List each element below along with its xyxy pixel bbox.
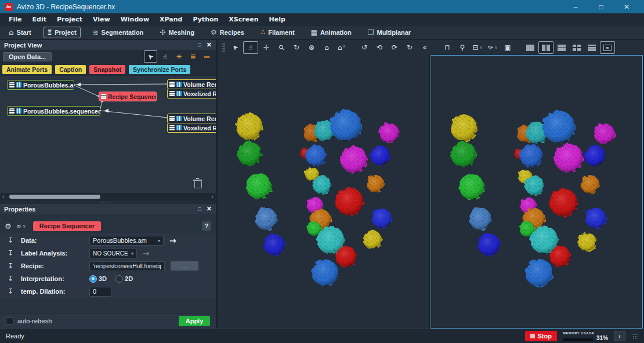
port-button-snapshot[interactable]: Snapshot (89, 65, 125, 74)
menu-item-file[interactable]: File (3, 16, 27, 23)
layout-custom-button[interactable] (600, 41, 615, 54)
open-data-button[interactable]: Open Data... (3, 52, 52, 61)
rotate-tool[interactable]: ↻ (290, 42, 303, 53)
viewer-toggle-icon[interactable] (169, 116, 175, 121)
pin-icon[interactable]: ↧ (0, 287, 21, 295)
viewer-pane-left[interactable] (218, 55, 429, 329)
menu-item-xscreen[interactable]: XScreen (223, 16, 263, 23)
snapshot-camera-button[interactable]: ▣ (501, 42, 515, 53)
resize-grip[interactable] (632, 333, 638, 339)
pan-hand-tool[interactable]: ☝ (243, 41, 258, 54)
module-badge[interactable]: Recipe Sequencer (33, 221, 101, 231)
ribbon-tab-project[interactable]: ΞProject (44, 27, 81, 38)
probe-key-tool[interactable]: ⚲ (455, 42, 469, 53)
pipette-tool[interactable]: ✑∨ (486, 42, 500, 53)
interaction-trace-tool[interactable]: ✳ (173, 51, 185, 62)
radio-2d[interactable] (115, 275, 123, 283)
port-button-caption[interactable]: Caption (55, 65, 86, 74)
browse-recipe-button[interactable]: ... (171, 261, 198, 271)
port-button-synchronize-ports[interactable]: Synchronize Ports (129, 65, 190, 74)
list-view-tool[interactable]: ≔ (201, 51, 213, 62)
clip-toggle-icon[interactable] (176, 125, 182, 130)
clip-toggle-icon[interactable] (176, 82, 182, 87)
layout-two-columns-button[interactable] (538, 41, 553, 54)
chevron-down-icon[interactable]: ∨ (23, 224, 26, 229)
pin-icon[interactable]: ↧ (0, 249, 21, 257)
viewer-toggle-icon[interactable] (169, 91, 175, 96)
ribbon-tab-meshing[interactable]: ✣Meshing (155, 27, 198, 38)
label-analysis-select[interactable]: NO SOURCE ▾ (89, 249, 137, 258)
minimize-button[interactable]: – (563, 3, 588, 11)
layout-two-rows-button[interactable] (555, 42, 569, 53)
clip-toggle-icon[interactable] (176, 116, 182, 121)
menu-item-xpand[interactable]: XPand (154, 16, 187, 23)
connect-arrow-icon[interactable]: → (169, 236, 176, 245)
tree-view-tool[interactable]: ≣ (187, 51, 199, 62)
measure-tool[interactable]: ⊓ (440, 42, 454, 53)
set-home-button[interactable]: ⌂⁺ (335, 42, 349, 53)
recipe-path-input[interactable]: 'recipes/convexHull.hxrecipe (89, 261, 165, 271)
rotate-y-ccw-button[interactable]: ⟳ (388, 42, 401, 53)
link-icon[interactable]: ∞ (16, 222, 21, 230)
home-button[interactable]: ⌂ (320, 42, 334, 53)
node-graph-area[interactable]: PorousBubbles.am › Recipe Sequencer › Po… (0, 76, 216, 193)
viewer-pane-right[interactable] (430, 55, 643, 329)
scrollbar-track[interactable] (7, 194, 209, 199)
toolbar-drag-handle[interactable] (222, 43, 225, 52)
float-panel-icon[interactable]: □ (198, 206, 201, 212)
viewer-toggle-icon[interactable] (9, 82, 15, 87)
node-recipe-sequencer[interactable]: Recipe Sequencer › (99, 92, 157, 101)
node-porousbubbles-sequenced[interactable]: PorousBubbles.sequenced* › (7, 106, 100, 116)
clip-toggle-icon[interactable] (176, 91, 182, 96)
pin-icon[interactable]: ↧ (0, 275, 21, 283)
viewer-toggle-icon[interactable] (169, 125, 175, 130)
node-porousbubbles-am[interactable]: PorousBubbles.am › (7, 80, 74, 90)
gear-icon[interactable]: ⚙ (5, 222, 12, 231)
rotate-x-cw-button[interactable]: ⟲ (372, 42, 386, 53)
clip-toggle-icon[interactable] (16, 82, 21, 87)
menu-item-project[interactable]: Project (52, 16, 88, 23)
ribbon-tab-animation[interactable]: ▦Animation (307, 27, 356, 38)
trash-icon[interactable] (194, 181, 202, 188)
pin-icon[interactable]: ↧ (0, 262, 21, 270)
rotate-x-ccw-button[interactable]: ↺ (357, 42, 371, 53)
close-panel-icon[interactable]: ✕ (207, 41, 212, 49)
seek-tool[interactable]: ⊗ (305, 42, 319, 53)
ribbon-tab-start[interactable]: ⌂Start (5, 27, 35, 38)
translate-tool[interactable]: ✛ (259, 42, 273, 53)
apply-button[interactable]: Apply (179, 316, 210, 326)
stop-button[interactable]: Stop (525, 331, 557, 341)
ribbon-tab-multiplanar[interactable]: ❐Multiplanar (364, 27, 415, 38)
horizontal-scrollbar[interactable]: ‹ › (0, 193, 216, 200)
zoom-tool[interactable]: ⚲ (274, 42, 288, 53)
menu-item-window[interactable]: Window (115, 16, 154, 23)
console-toggle-button[interactable]: › (614, 331, 625, 341)
radio-3d[interactable] (89, 275, 97, 283)
ribbon-tab-filament[interactable]: ∴Filament (256, 27, 299, 38)
data-select[interactable]: PorousBubbles.am ▾ (89, 236, 164, 246)
close-button[interactable]: ✕ (614, 3, 639, 11)
pin-icon[interactable]: ↧ (0, 236, 21, 245)
node-volume-rendering-top[interactable]: Volume Rende (167, 79, 216, 89)
auto-refresh-checkbox[interactable] (6, 318, 13, 325)
maximize-button[interactable]: □ (588, 3, 614, 11)
clip-toggle-icon[interactable] (16, 108, 21, 114)
menu-item-view[interactable]: View (88, 16, 115, 23)
close-panel-icon[interactable]: ✕ (207, 205, 212, 213)
layout-quad-button[interactable] (570, 42, 584, 53)
ruler-tool[interactable]: ⊟∨ (471, 42, 484, 53)
dilation-input[interactable]: 0 (89, 287, 111, 297)
node-voxelized-rendering-top[interactable]: Voxelized Rend (167, 89, 216, 98)
rotate-y-cw-button[interactable]: ↻ (403, 42, 417, 53)
scrollbar-thumb[interactable] (9, 195, 100, 199)
scroll-left-icon[interactable]: ‹ (0, 194, 7, 200)
menu-item-python[interactable]: Python (187, 16, 223, 23)
layout-three-rows-button[interactable] (585, 42, 599, 53)
ribbon-tab-recipes[interactable]: ⚙Recipes (207, 27, 248, 38)
help-button[interactable]: ? (202, 221, 211, 231)
pan-hand-tool[interactable]: ☝ (159, 51, 171, 62)
menu-item-edit[interactable]: Edit (27, 16, 52, 23)
ribbon-tab-segmentation[interactable]: ≋Segmentation (89, 27, 148, 38)
port-button-animate-ports[interactable]: Animate Ports (2, 65, 52, 74)
scroll-right-icon[interactable]: › (209, 194, 216, 200)
